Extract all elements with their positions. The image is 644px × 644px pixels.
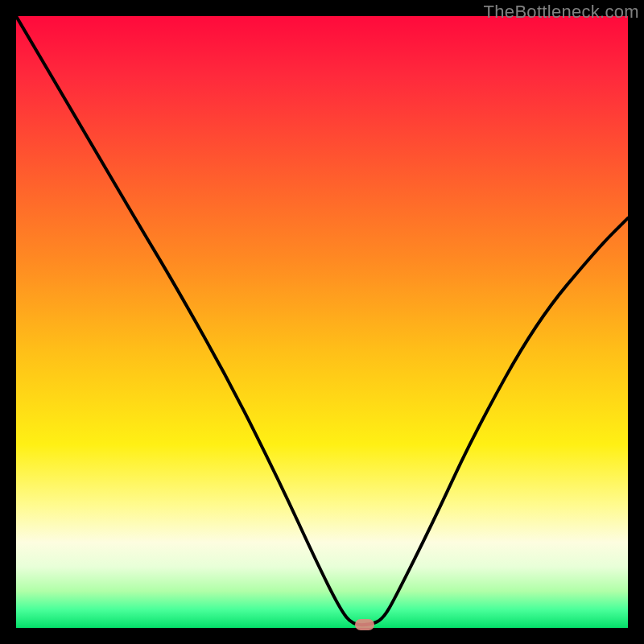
plot-area [16, 16, 628, 628]
watermark-text: TheBottleneck.com [484, 2, 639, 23]
chart-frame: TheBottleneck.com [0, 0, 644, 644]
performance-curve [16, 16, 628, 628]
optimal-point-marker [355, 619, 374, 630]
